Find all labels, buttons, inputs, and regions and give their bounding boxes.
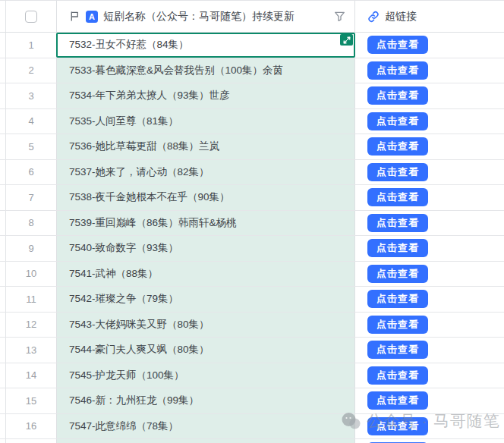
title-cell[interactable]: 7547-此意绵绵（78集） [56,414,355,439]
table-row: 1 7532-丑女不好惹（84集） 点击查看 [0,33,504,58]
table-row: 2 7533-暮色藏深意&风会替我告别（100集）余茵 点击查看 [0,58,504,84]
left-gutter [0,83,6,108]
view-link-button[interactable]: 点击查看 [367,137,428,156]
row-number: 7 [6,185,56,210]
title-cell[interactable]: 7538-夜千金她根本不在乎（90集） [56,185,355,210]
link-cell: 点击查看 [355,109,504,134]
filter-icon[interactable] [334,11,345,22]
title-text: 7542-璀璨之争（79集） [69,292,178,306]
title-cell[interactable]: 7539-重回巅峰（86集）韩雨轩&杨桃 [56,211,355,236]
table-row: 10 7541-武神（88集） 点击查看 [0,262,504,287]
left-gutter [0,1,6,32]
table-row: 13 7544-豪门夫人爽又飒（80集） 点击查看 [0,338,504,363]
title-text: 7539-重回巅峰（86集）韩雨轩&杨桃 [69,216,237,230]
title-cell[interactable]: 7532-丑女不好惹（84集） [56,33,355,58]
left-gutter [0,439,6,443]
link-cell: 点击查看 [355,185,504,210]
view-link-button[interactable]: 点击查看 [367,188,428,206]
view-link-button[interactable]: 点击查看 [367,265,428,283]
title-cell[interactable]: 7536-她比草莓更甜（88集）兰岚 [56,134,355,159]
expand-record-button[interactable] [340,34,353,46]
left-gutter [0,287,6,312]
view-link-button[interactable]: 点击查看 [367,112,428,130]
link-cell: 点击查看 [355,262,504,287]
title-text: 7536-她比草莓更甜（88集）兰岚 [69,140,219,153]
row-number: 10 [6,262,56,287]
table-row: 11 7542-璀璨之争（79集） 点击查看 [0,287,504,313]
link-icon [367,11,380,23]
title-text: 7541-武神（88集） [69,267,158,281]
link-cell: 点击查看 [355,33,504,58]
table-row: 8 7539-重回巅峰（86集）韩雨轩&杨桃 点击查看 [0,211,504,237]
view-link-button[interactable]: 点击查看 [367,214,428,232]
left-gutter [0,160,6,185]
link-column-header[interactable]: 超链接 [355,1,504,32]
view-link-button[interactable]: 点击查看 [367,61,428,80]
title-text: 7532-丑女不好惹（84集） [69,38,189,52]
table-row: 4 7535-人间至尊（81集） 点击查看 [0,109,504,135]
left-gutter [0,211,6,236]
title-cell[interactable]: 7537-她来了，请心动（82集） [56,160,355,185]
view-link-button[interactable]: 点击查看 [367,341,428,359]
bitable-grid: A 短剧名称（公众号：马哥随笔）持续更新 超链接 1 7532-丑女不好惹（84… [0,0,504,443]
title-text: 7535-人间至尊（81集） [69,115,178,128]
title-text: 7547-此意绵绵（78集） [69,419,178,433]
title-text: 7544-豪门夫人爽又飒（80集） [69,343,209,357]
link-cell: 点击查看 [355,211,504,236]
select-all-checkbox[interactable] [25,11,37,23]
left-gutter [0,33,6,58]
left-gutter [0,313,6,338]
view-link-button[interactable]: 点击查看 [367,163,428,181]
title-text: 7546-新：九州狂龙（99集） [69,394,199,407]
title-cell[interactable]: 7544-豪门夫人爽又飒（80集） [56,338,355,363]
title-cell[interactable]: 7542-璀璨之争（79集） [56,287,355,312]
row-number: 12 [6,313,56,338]
title-cell[interactable]: 7534-年下弟弟太撩人（93集）世彦 [56,83,355,108]
title-cell[interactable] [56,439,355,443]
row-number [6,439,56,443]
view-link-button[interactable]: 点击查看 [367,391,428,410]
table-row: 6 7537-她来了，请心动（82集） 点击查看 [0,160,504,186]
table-row: 7 7538-夜千金她根本不在乎（90集） 点击查看 [0,185,504,211]
title-cell[interactable]: 7533-暮色藏深意&风会替我告别（100集）余茵 [56,58,355,83]
left-gutter [0,262,6,287]
table-row: 12 7543-大佬妈咪美又野（80集） 点击查看 [0,313,504,338]
link-cell: 点击查看 [355,439,504,443]
row-number: 4 [6,109,56,134]
link-cell: 点击查看 [355,83,504,108]
left-gutter [0,58,6,83]
title-cell[interactable]: 7540-致命数字（93集） [56,236,355,261]
title-cell[interactable]: 7541-武神（88集） [56,262,355,287]
title-text: 7543-大佬妈咪美又野（80集） [69,318,209,331]
text-field-type-icon: A [86,11,98,23]
title-cell[interactable]: 7545-护龙天师（100集） [56,363,355,388]
title-cell[interactable]: 7543-大佬妈咪美又野（80集） [56,313,355,338]
view-link-button[interactable]: 点击查看 [367,239,428,257]
left-gutter [0,414,6,439]
link-cell: 点击查看 [355,58,504,83]
table-row: 9 7540-致命数字（93集） 点击查看 [0,236,504,262]
view-link-button[interactable]: 点击查看 [367,417,428,435]
view-link-button[interactable]: 点击查看 [367,316,428,334]
view-link-button[interactable]: 点击查看 [367,36,428,54]
flag-icon [69,11,80,22]
row-number: 2 [6,58,56,83]
row-number: 14 [6,363,56,388]
table-row: 5 7536-她比草莓更甜（88集）兰岚 点击查看 [0,134,504,160]
view-link-button[interactable]: 点击查看 [367,366,428,385]
row-number: 1 [6,33,56,58]
link-cell: 点击查看 [355,313,504,338]
view-link-button[interactable]: 点击查看 [367,290,428,308]
title-text: 7537-她来了，请心动（82集） [69,165,209,179]
left-gutter [0,388,6,413]
row-number: 5 [6,134,56,159]
view-link-button[interactable]: 点击查看 [367,86,428,105]
left-gutter [0,338,6,363]
row-number: 13 [6,338,56,363]
link-cell: 点击查看 [355,414,504,439]
row-number: 9 [6,236,56,261]
link-cell: 点击查看 [355,338,504,363]
title-column-header[interactable]: A 短剧名称（公众号：马哥随笔）持续更新 [56,1,355,32]
title-cell[interactable]: 7546-新：九州狂龙（99集） [56,388,355,413]
title-cell[interactable]: 7535-人间至尊（81集） [56,109,355,134]
